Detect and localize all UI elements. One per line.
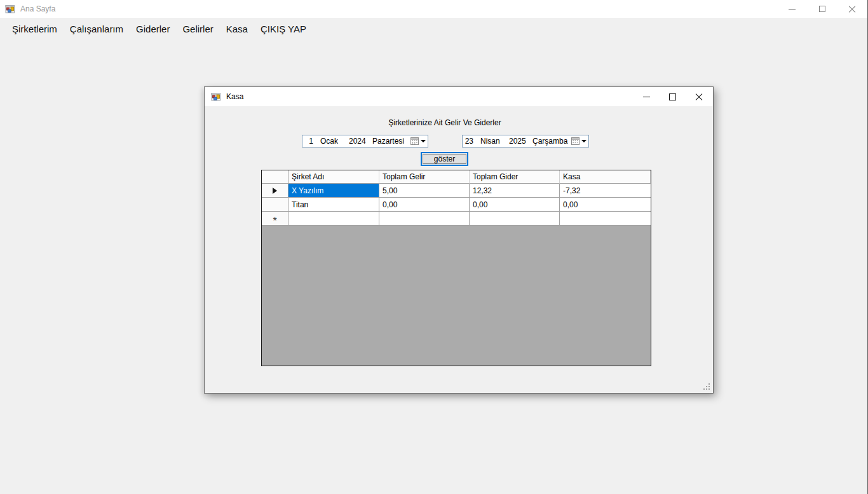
gelir-gider-grid: Şirket Adı Toplam Gelir Toplam Gider Kas… [261, 170, 651, 366]
column-header-kasa[interactable]: Kasa [560, 170, 651, 184]
cell-toplam-gelir[interactable]: 5,00 [379, 184, 470, 198]
main-close-button[interactable] [837, 0, 867, 18]
main-window-titlebar[interactable]: Ana Sayfa [0, 0, 867, 18]
cell-sirket-adi[interactable]: Titan [288, 198, 379, 212]
grid-header-row: Şirket Adı Toplam Gelir Toplam Gider Kas… [262, 170, 651, 184]
kasa-window-title: Kasa [226, 92, 243, 101]
kasa-minimize-button[interactable] [634, 87, 660, 106]
maximize-icon [669, 93, 676, 100]
cell-toplam-gider[interactable]: 0,00 [470, 198, 560, 212]
kasa-window-icon [211, 92, 221, 102]
page-title: Şirketlerinize Ait Gelir Ve Giderler [311, 118, 578, 127]
date-to-month[interactable]: Nisan [480, 137, 509, 146]
new-row-asterisk-icon: * [273, 216, 276, 221]
grid-corner-cell[interactable] [262, 170, 288, 184]
close-icon [695, 93, 702, 100]
cell-sirket-adi-selected[interactable]: X Yazılım [288, 184, 379, 198]
date-to-weekday: Çarşamba [532, 137, 569, 146]
dropdown-arrow-icon [421, 140, 426, 142]
cell-toplam-gelir[interactable]: 0,00 [379, 198, 470, 212]
date-from-weekday: Pazartesi [372, 137, 409, 146]
date-from-day[interactable]: 1 [302, 137, 313, 146]
date-from-dropdown-button[interactable] [409, 135, 428, 147]
main-menubar: Şirketlerim Çalışanlarım Giderler Gelirl… [0, 18, 867, 39]
goster-button[interactable]: göster [421, 152, 468, 166]
date-to-dropdown-button[interactable] [569, 135, 588, 147]
kasa-maximize-button[interactable] [660, 87, 686, 106]
cell-kasa[interactable]: -7,32 [560, 184, 651, 198]
table-row: X Yazılım 5,00 12,32 -7,32 [262, 184, 651, 198]
date-to-day[interactable]: 23 [463, 137, 473, 146]
app-icon [5, 4, 15, 14]
calendar-icon [571, 137, 580, 145]
table-row: Titan 0,00 0,00 0,00 [262, 198, 651, 212]
menu-item-cikis-yap[interactable]: ÇIKIŞ YAP [254, 20, 313, 38]
menu-item-giderler[interactable]: Giderler [130, 20, 176, 38]
empty-cell[interactable] [560, 212, 651, 226]
calendar-icon [410, 137, 419, 145]
new-row: * [262, 212, 651, 226]
row-header-current[interactable] [262, 184, 288, 198]
main-window-controls [777, 0, 867, 18]
date-to-year[interactable]: 2025 [509, 137, 532, 146]
empty-cell[interactable] [288, 212, 379, 226]
menu-item-sirketlerim[interactable]: Şirketlerim [6, 20, 64, 38]
main-maximize-button[interactable] [807, 0, 837, 18]
close-icon [848, 6, 855, 13]
main-window-title: Ana Sayfa [20, 4, 55, 13]
cell-kasa[interactable]: 0,00 [560, 198, 651, 212]
new-row-header[interactable]: * [262, 212, 288, 226]
kasa-window-controls [634, 87, 712, 106]
date-from-picker[interactable]: 1 Ocak 2024 Pazartesi [302, 135, 428, 148]
date-from-year[interactable]: 2024 [349, 137, 372, 146]
desktop: { "main_window": { "title": "Ana Sayfa",… [0, 0, 868, 494]
empty-cell[interactable] [379, 212, 470, 226]
menu-item-calisanlarim[interactable]: Çalışanlarım [64, 20, 130, 38]
kasa-window-titlebar[interactable]: Kasa [205, 87, 713, 106]
resize-grip[interactable] [709, 388, 710, 390]
date-from-month[interactable]: Ocak [320, 137, 349, 146]
main-minimize-button[interactable] [777, 0, 807, 18]
kasa-window: Kasa Şirketlerinize Ait Gelir Ve Giderle… [204, 86, 714, 394]
empty-cell[interactable] [470, 212, 560, 226]
current-row-arrow-icon [273, 188, 277, 194]
minimize-icon [789, 9, 796, 10]
row-header[interactable] [262, 198, 288, 212]
date-to-picker[interactable]: 23 Nisan 2025 Çarşamba [462, 135, 589, 148]
minimize-icon [643, 97, 650, 97]
cell-toplam-gider[interactable]: 12,32 [470, 184, 560, 198]
menu-item-gelirler[interactable]: Gelirler [176, 20, 219, 38]
kasa-close-button[interactable] [686, 87, 712, 106]
column-header-sirket-adi[interactable]: Şirket Adı [288, 170, 379, 184]
maximize-icon [819, 6, 825, 12]
menu-item-kasa[interactable]: Kasa [220, 20, 254, 38]
column-header-toplam-gelir[interactable]: Toplam Gelir [379, 170, 470, 184]
dropdown-arrow-icon [581, 140, 587, 142]
column-header-toplam-gider[interactable]: Toplam Gider [470, 170, 560, 184]
